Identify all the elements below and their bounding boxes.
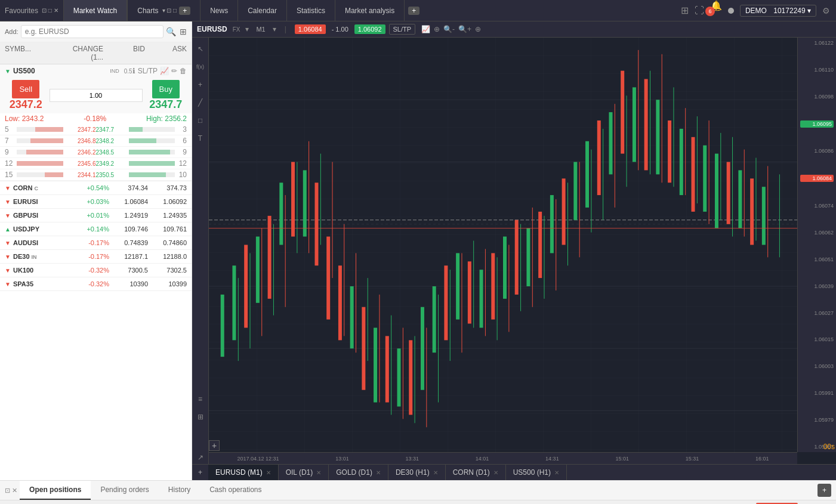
tab-history[interactable]: History — [159, 481, 200, 500]
tab-statistics[interactable]: Statistics — [287, 0, 335, 21]
us500-expand-icon[interactable]: ▼ — [5, 68, 11, 75]
tab-market-watch[interactable]: Market Watch — [64, 0, 128, 21]
tab-pending-orders[interactable]: Pending orders — [91, 481, 158, 500]
col-volume: VOLUME — [169, 500, 226, 504]
chart-tab-corn[interactable]: CORN (D1) ✕ — [446, 465, 506, 480]
chart-zoom-out-icon[interactable]: 🔍- — [443, 25, 455, 33]
tab-cash-operations[interactable]: Cash operations — [200, 481, 271, 500]
corn-bid: 374.34 — [109, 184, 148, 191]
us500-sltp-icon[interactable]: SL/TP — [138, 67, 158, 75]
svg-rect-57 — [503, 237, 507, 299]
spa35-bid: 10390 — [109, 280, 148, 287]
chart-ask-price: 1.06092 — [354, 24, 385, 34]
de30-expand-icon: ▼ — [5, 253, 13, 260]
tab-charts[interactable]: Charts ▾ ⊡ □ + — [127, 0, 200, 21]
us500-sell-button[interactable]: Sell — [12, 80, 39, 98]
us500-delete-icon[interactable]: 🗑 — [180, 67, 187, 75]
chart-cursor-tool[interactable]: ↖ — [194, 42, 207, 55]
close-oil-tab-icon[interactable]: ✕ — [316, 469, 321, 476]
chart-add-button[interactable]: + — [209, 440, 220, 451]
chart-zoom-in-icon[interactable]: 🔍+ — [458, 25, 471, 33]
us500-volume-input[interactable] — [50, 89, 143, 102]
symbol-search-input[interactable] — [21, 25, 164, 38]
tab-market-analysis[interactable]: Market analysis — [335, 0, 405, 21]
toolbar-separator: | — [285, 25, 286, 33]
chart-timeframe-dropdown[interactable]: ▾ — [273, 25, 276, 33]
sltp-button[interactable]: SL/TP — [389, 24, 416, 35]
list-item[interactable]: ▼ UK100 -0.32% 7300.5 7302.5 — [0, 264, 192, 277]
list-item[interactable]: ▼ EURUSI +0.03% 1.06084 1.06092 — [0, 195, 192, 209]
notifications-button[interactable]: 🔔 6 — [710, 0, 722, 21]
chart-crosshair-tool[interactable]: + — [194, 78, 207, 91]
gbpusd-bid: 1.24919 — [109, 212, 148, 219]
chart-timeframe: M1 — [256, 26, 265, 33]
chart-share-tool[interactable]: ↗ — [194, 451, 207, 464]
col-swap: SWAP — [655, 500, 700, 504]
bottom-add-button[interactable]: + — [818, 484, 831, 497]
positions-table: POSITION ↑ TYPE VOLUME OPEN TIME OPEN PR… — [0, 500, 836, 504]
chart-fx-label: FX — [233, 26, 240, 33]
left-panel-header: Add: 🔍 ⊞ — [0, 21, 192, 42]
chart-left-toolbar: ↖ f(x) + ╱ □ T ≡ ⊞ ↗ — [192, 38, 209, 464]
us500-info-icon[interactable]: ℹ — [132, 67, 135, 75]
close-eurusd-tab-icon[interactable]: ✕ — [266, 469, 271, 476]
chart-tab-gold[interactable]: GOLD (D1) ✕ — [329, 465, 388, 480]
layout-icon[interactable]: ⊞ — [681, 5, 689, 16]
list-item[interactable]: ▼ AUDUSI -0.17% 0.74839 0.74860 — [0, 236, 192, 250]
close-corn-tab-icon[interactable]: ✕ — [493, 469, 498, 476]
chart-crosshair-icon[interactable]: ⊕ — [434, 25, 440, 33]
chart-tab-oil[interactable]: OIL (D1) ✕ — [279, 465, 329, 480]
us500-spread: 0.5 — [124, 68, 132, 75]
charts-add-button[interactable]: + — [179, 7, 190, 15]
candlestick-chart — [209, 38, 797, 452]
tab-news[interactable]: News — [200, 0, 238, 21]
list-item[interactable]: ▼ GBPUSI +0.01% 1.24919 1.24935 — [0, 209, 192, 222]
list-item[interactable]: ▲ USDJPY +0.14% 109.746 109.761 — [0, 222, 192, 236]
list-item[interactable]: ▼ DE30 IN -0.17% 12187.1 12188.0 — [0, 250, 192, 264]
chart-pencil-icon[interactable]: 📈 — [421, 25, 430, 33]
chart-fx-dropdown[interactable]: ▾ — [245, 25, 249, 33]
settings-icon[interactable]: ⚙ — [822, 6, 830, 16]
chart-fx-tool[interactable]: f(x) — [194, 60, 207, 73]
chart-more-icon[interactable]: ⊕ — [475, 25, 481, 33]
svg-rect-13 — [244, 245, 248, 328]
tab-favourites[interactable]: Favourites ⊡ □ ✕ — [0, 0, 64, 21]
us500-header: ▼ US500 IND 0.5 ℹ SL/TP 📈 ✏ 🗑 — [0, 64, 192, 78]
list-item[interactable]: ▼ SPA35 -0.32% 10390 10399 — [0, 277, 192, 291]
chart-depth-tool[interactable]: ≡ — [194, 392, 207, 406]
svg-rect-43 — [421, 307, 424, 390]
us500-chart-icon[interactable]: 📈 — [160, 67, 169, 75]
tab-open-positions[interactable]: Open positions — [20, 481, 91, 500]
svg-rect-35 — [374, 328, 377, 403]
svg-rect-51 — [468, 261, 471, 323]
chart-tab-eurusd[interactable]: EURUSD (M1) ✕ — [208, 465, 279, 480]
search-icon[interactable]: 🔍 — [166, 27, 176, 36]
chart-line-tool[interactable]: ╱ — [194, 96, 207, 109]
close-de30-tab-icon[interactable]: ✕ — [433, 469, 438, 476]
close-gold-tab-icon[interactable]: ✕ — [376, 469, 381, 476]
chart-tab-de30[interactable]: DE30 (H1) ✕ — [388, 465, 446, 480]
uk100-expand-icon: ▼ — [5, 267, 13, 274]
col-type: ↑ TYPE — [120, 500, 169, 504]
svg-rect-85 — [668, 120, 671, 183]
svg-rect-45 — [433, 286, 436, 353]
chart-text-tool[interactable]: T — [194, 132, 207, 145]
fullscreen-icon[interactable]: ⛶ — [695, 5, 704, 16]
chart-tab-add-button[interactable]: + — [192, 465, 208, 480]
chart-layers-tool[interactable]: ⊞ — [194, 410, 207, 423]
svg-rect-63 — [538, 212, 542, 278]
us500-buy-button[interactable]: Buy — [152, 80, 180, 98]
bottom-panel-icons: + — [818, 484, 831, 497]
tab-calendar[interactable]: Calendar — [238, 0, 287, 21]
symbol-col-header: SYMB... — [5, 45, 61, 61]
account-dropdown-icon[interactable]: ▾ — [807, 7, 811, 15]
list-item[interactable]: ▼ CORN C +0.54% 374.34 374.73 — [0, 181, 192, 195]
us500-edit-icon[interactable]: ✏ — [171, 67, 177, 75]
chart-tab-us500[interactable]: US500 (H1) ✕ — [506, 465, 567, 480]
gbpusd-name: GBPUSI — [13, 212, 73, 219]
grid-icon[interactable]: ⊞ — [180, 27, 187, 36]
chart-rect-tool[interactable]: □ — [194, 114, 207, 127]
svg-rect-29 — [338, 265, 342, 340]
add-tab-button[interactable]: + — [408, 7, 419, 15]
close-us500-tab-icon[interactable]: ✕ — [554, 469, 559, 476]
